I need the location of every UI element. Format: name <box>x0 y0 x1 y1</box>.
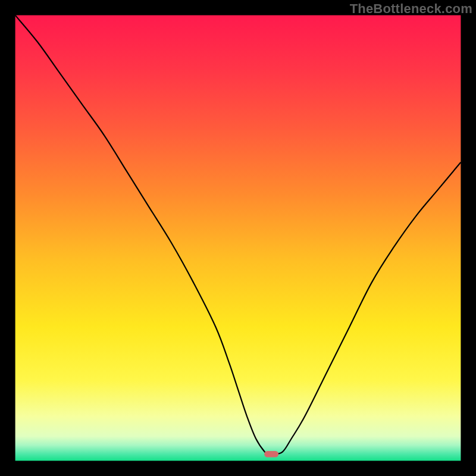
chart-container: TheBottleneck.com <box>0 0 476 476</box>
chart-svg <box>0 0 476 476</box>
watermark-text: TheBottleneck.com <box>350 1 472 17</box>
chart-plot-background <box>15 15 461 461</box>
optimal-marker <box>264 451 278 457</box>
